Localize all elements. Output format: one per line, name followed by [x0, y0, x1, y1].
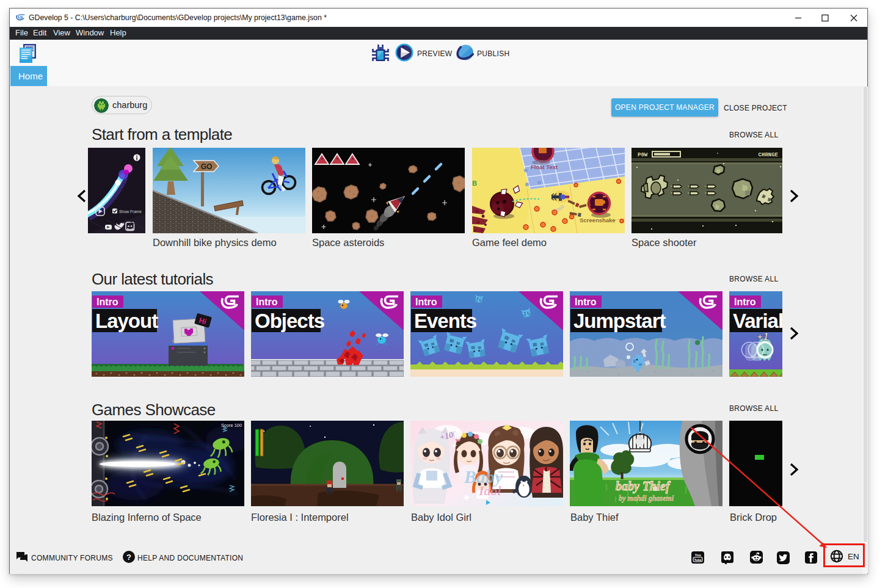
svg-text:Jumpstart: Jumpstart [573, 310, 666, 332]
svg-text:Intro: Intro [96, 297, 118, 307]
svg-text:+1: +1 [757, 331, 768, 343]
svg-text:Intro: Intro [575, 297, 597, 307]
svg-text:B: B [472, 180, 477, 187]
svg-text:Intro: Intro [415, 297, 437, 307]
svg-text:Score 100: Score 100 [221, 423, 242, 428]
svg-text:Layout: Layout [95, 310, 158, 332]
svg-text:P0W: P0W [638, 152, 648, 158]
svg-text:You: You [694, 553, 701, 557]
svg-text:Events: Events [414, 310, 476, 332]
svg-text:CHRNGE: CHRNGE [759, 152, 779, 158]
svg-text:Variabl: Variabl [733, 310, 782, 332]
svg-text:?: ? [126, 553, 131, 562]
svg-text:Intro: Intro [734, 297, 756, 307]
svg-text:Tube: Tube [694, 558, 701, 562]
svg-text:baby Thief: baby Thief [616, 479, 671, 493]
svg-text:Intro: Intro [256, 297, 278, 307]
svg-text:Idol: Idol [478, 483, 502, 498]
svg-text:Objects: Objects [255, 310, 324, 332]
svg-text:GO: GO [201, 162, 213, 171]
svg-text:by mahdi ghasemi: by mahdi ghasemi [619, 494, 674, 503]
svg-text:Screenshake: Screenshake [580, 217, 616, 223]
svg-text:Float Text: Float Text [531, 164, 558, 170]
svg-text:Show Frame: Show Frame [119, 209, 142, 214]
